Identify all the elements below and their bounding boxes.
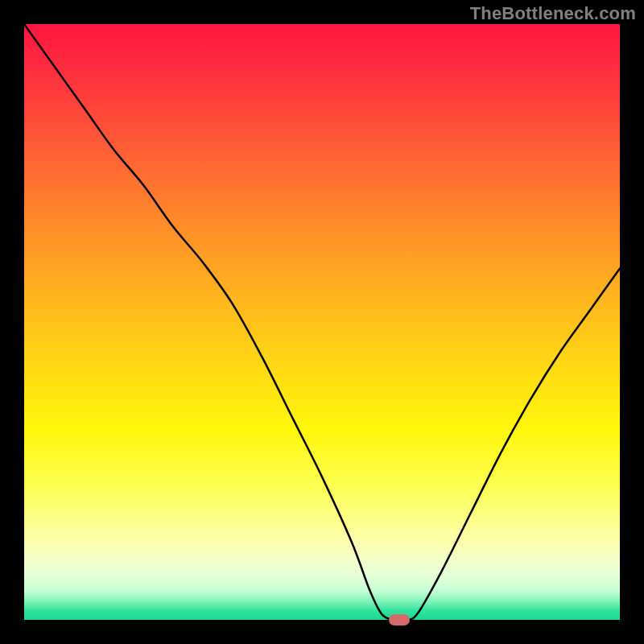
bottleneck-curve <box>24 24 620 620</box>
optimal-marker <box>389 614 410 625</box>
watermark-label: TheBottleneck.com <box>470 3 636 24</box>
plot-area <box>24 24 620 620</box>
